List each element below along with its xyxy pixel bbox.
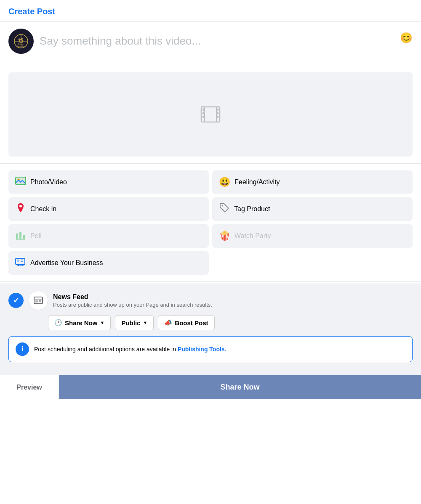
check-in-button[interactable]: Check in [8,197,209,221]
svg-rect-36 [35,300,38,302]
advertise-icon [15,256,26,270]
boost-post-button[interactable]: 📣 Boost Post [158,315,214,330]
check-circle: ✓ [8,293,24,308]
publishing-tools-link[interactable]: Publishing Tools. [178,346,226,353]
check-icon: ✓ [13,296,19,305]
info-circle: i [16,342,29,356]
svg-rect-34 [34,297,43,304]
svg-rect-24 [19,232,21,239]
tag-product-button[interactable]: Tag Product [212,197,413,221]
video-thumbnail [8,72,413,157]
info-text: Post scheduling and additional options a… [34,346,226,353]
avatar: A.D. Empires Ascending [8,29,34,54]
advertise-button[interactable]: Advertise Your Business [8,251,209,275]
tag-product-label: Tag Product [234,205,270,213]
film-strip-icon [198,102,223,127]
watch-party-button[interactable]: 🍿 Watch Party [212,224,413,248]
sharing-buttons: 🕐 Share Now ▼ Public ▼ 📣 Boost Post [48,315,413,330]
boost-post-megaphone-icon: 📣 [164,319,172,326]
watch-party-icon: 🍿 [219,231,230,241]
check-in-label: Check in [30,205,56,213]
info-icon: i [21,345,23,353]
poll-icon [15,229,26,243]
info-banner: i Post scheduling and additional options… [8,336,413,362]
news-feed-icon [34,296,43,305]
svg-rect-13 [203,116,204,118]
svg-point-22 [222,205,223,207]
svg-rect-15 [217,112,218,114]
share-now-clock-icon: 🕐 [54,319,62,326]
feeling-activity-button[interactable]: 😃 Feeling/Activity [212,170,413,194]
modal-header: Create Post [0,0,421,22]
photo-video-icon [15,175,26,189]
news-feed-info: News Feed Posts are public and show up o… [53,293,413,308]
svg-rect-17 [16,177,26,185]
news-feed-title: News Feed [53,293,413,301]
preview-button[interactable]: Preview [0,375,59,399]
advertise-label: Advertise Your Business [30,259,103,267]
public-button-label: Public [121,319,140,326]
svg-rect-11 [203,109,204,111]
share-now-final-button[interactable]: Share Now [59,375,421,399]
svg-rect-12 [203,112,204,114]
photo-video-label: Photo/Video [30,178,67,186]
info-text-content: Post scheduling and additional options a… [34,346,178,353]
post-input-area: A.D. Empires Ascending Say something abo… [0,22,421,72]
svg-rect-31 [17,260,19,262]
svg-rect-14 [217,109,218,111]
share-now-chevron-icon: ▼ [100,320,105,325]
share-now-button-label: Share Now [65,319,98,326]
feeling-activity-label: Feeling/Activity [234,178,280,186]
divider-1 [0,163,421,164]
svg-rect-25 [23,235,25,239]
public-chevron-icon: ▼ [143,320,147,325]
bottom-section: ✓ News Feed Posts are public and show up… [0,284,421,375]
footer-buttons: Preview Share Now [0,375,421,399]
svg-text:A.D.: A.D. [18,38,24,41]
action-grid: Photo/Video 😃 Feeling/Activity Check in … [0,165,421,280]
modal-title: Create Post [8,7,55,16]
share-now-dropdown-button[interactable]: 🕐 Share Now ▼ [48,315,111,330]
news-feed-description: Posts are public and show up on your Pag… [53,302,413,308]
svg-point-21 [19,205,22,207]
feeling-activity-icon: 😃 [219,177,230,188]
emoji-button[interactable]: 😊 [400,29,413,44]
svg-rect-23 [16,233,18,239]
post-input-placeholder[interactable]: Say something about this video... [40,29,400,48]
news-feed-row: ✓ News Feed Posts are public and show up… [8,291,413,310]
poll-label: Poll [30,232,42,240]
divider-2 [0,281,421,282]
photo-video-button[interactable]: Photo/Video [8,170,209,194]
svg-text:Ascending: Ascending [17,45,25,47]
poll-button[interactable]: Poll [8,224,209,248]
news-feed-icon-button[interactable] [29,291,48,310]
svg-rect-16 [217,116,218,118]
boost-post-label: Boost Post [175,319,208,326]
tag-product-icon [219,202,230,216]
public-dropdown-button[interactable]: Public ▼ [115,315,154,330]
check-in-icon [15,202,26,216]
watch-party-label: Watch Party [234,232,271,240]
